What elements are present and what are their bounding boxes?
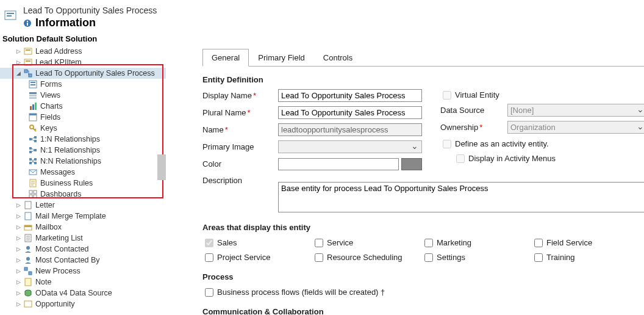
keys-icon: [28, 123, 38, 133]
label-ownership: Ownership*: [440, 123, 507, 132]
tab-primary-field[interactable]: Primary Field: [249, 49, 314, 67]
tree-item-letter[interactable]: ▷Letter: [0, 200, 166, 211]
solution-explorer-tree: ⋮⋮⋮ ▷Lead Address ▷Lead KPIItem ◢Lead To…: [0, 45, 166, 315]
expand-icon[interactable]: ▷: [15, 48, 22, 55]
expand-icon[interactable]: ▷: [15, 267, 22, 275]
checkbox-area-project-service[interactable]: [205, 253, 213, 262]
dashboards-icon: [28, 189, 38, 199]
tree-item-charts[interactable]: Charts: [0, 101, 166, 112]
tree-item-views[interactable]: Views: [0, 90, 166, 101]
svg-rect-19: [32, 104, 34, 110]
expand-icon[interactable]: ▷: [15, 212, 22, 220]
tab-strip: General Primary Field Controls: [202, 48, 644, 67]
checkbox-area-settings[interactable]: [424, 253, 433, 262]
tree-item-lead-to-opportunity[interactable]: ◢Lead To Opportunity Sales Process: [0, 68, 166, 79]
entity-icon: [23, 255, 33, 265]
svg-rect-36: [29, 190, 32, 194]
tree-item-odata[interactable]: ▷OData v4 Data Source: [0, 288, 166, 299]
tab-controls[interactable]: Controls: [314, 49, 362, 67]
entity-editor: General Primary Field Controls Entity De…: [166, 45, 644, 315]
svg-rect-38: [29, 195, 32, 198]
tree-item-most-contacted[interactable]: ▷Most Contacted: [0, 244, 166, 255]
tree-item-mail-merge[interactable]: ▷Mail Merge Template: [0, 211, 166, 222]
checkbox-virtual-entity: [443, 91, 451, 100]
svg-rect-26: [34, 140, 37, 142]
info-icon: [23, 19, 32, 27]
color-swatch[interactable]: [401, 158, 422, 170]
svg-rect-28: [29, 147, 32, 150]
expand-icon[interactable]: ▷: [15, 278, 22, 286]
svg-rect-22: [29, 114, 37, 115]
input-plural-name[interactable]: [278, 106, 422, 119]
tree-item-business-rules[interactable]: Business Rules: [0, 178, 166, 189]
entity-icon: [23, 222, 33, 232]
label-data-source: Data Source: [440, 106, 507, 115]
expand-icon[interactable]: ▷: [15, 256, 22, 264]
textarea-description[interactable]: Base entity for process Lead To Opportun…: [278, 182, 644, 212]
expand-icon[interactable]: ▷: [15, 223, 22, 231]
page-title: Lead To Opportunity Sales Process: [23, 5, 157, 16]
checkbox-area-service[interactable]: [315, 239, 323, 247]
expand-icon[interactable]: ▷: [15, 234, 22, 242]
page-subtitle: Information: [23, 16, 157, 30]
entity-icon: [23, 288, 33, 298]
process-entity-icon: [23, 68, 33, 78]
tree-item-forms[interactable]: Forms: [0, 79, 166, 90]
svg-rect-32: [34, 158, 37, 161]
tree-item-lead-kpiitem[interactable]: ▷Lead KPIItem: [0, 57, 166, 68]
tree-item-n1-rel[interactable]: N:1 Relationships: [0, 145, 166, 156]
collapse-icon[interactable]: ◢: [15, 70, 22, 77]
input-display-name[interactable]: [278, 89, 422, 102]
tree-item-opportunity[interactable]: ▷Opportunity: [0, 299, 166, 310]
entity-icon: [23, 299, 33, 309]
svg-rect-39: [34, 195, 37, 198]
tab-general[interactable]: General: [202, 49, 249, 67]
tree-item-1n-rel[interactable]: 1:N Relationships: [0, 134, 166, 145]
charts-icon: [28, 101, 38, 111]
tree-item-note[interactable]: ▷Note: [0, 277, 166, 288]
checkbox-bpf[interactable]: [205, 288, 213, 297]
svg-rect-5: [27, 21, 28, 22]
tree-item-fields[interactable]: Fields: [0, 112, 166, 123]
label-virtual-entity: Virtual Entity: [455, 90, 499, 100]
tree-item-mailbox[interactable]: ▷Mailbox: [0, 222, 166, 233]
checkbox-area-training[interactable]: [534, 253, 543, 262]
svg-rect-2: [7, 15, 12, 16]
checkbox-area-sales: [205, 239, 213, 247]
tree-item-marketing-list[interactable]: ▷Marketing List: [0, 233, 166, 244]
section-comm: Communication & Collaboration: [202, 307, 644, 315]
input-color[interactable]: [278, 158, 399, 170]
expand-icon[interactable]: ▷: [15, 201, 22, 209]
checkbox-area-marketing[interactable]: [424, 239, 433, 247]
relationship-icon: [28, 145, 38, 155]
tree-item-dashboards[interactable]: Dashboards: [0, 189, 166, 200]
checkbox-area-field-service[interactable]: [534, 239, 543, 247]
select-primary-image: [278, 140, 422, 153]
solution-label: Solution Default Solution: [0, 33, 644, 45]
process-entity-icon: [23, 266, 33, 276]
svg-rect-6: [24, 48, 32, 54]
scrollbar-thumb[interactable]: [157, 154, 166, 180]
label-primary-image: Primary Image: [202, 142, 278, 151]
checkbox-area-resource-scheduling[interactable]: [315, 253, 323, 262]
tree-item-keys[interactable]: Keys: [0, 123, 166, 134]
expand-icon[interactable]: ▷: [15, 289, 22, 297]
tree-item-messages[interactable]: Messages: [0, 167, 166, 178]
tree-item-new-process[interactable]: ▷New Process: [0, 266, 166, 277]
tree-item-lead-address[interactable]: ▷Lead Address: [0, 46, 166, 57]
tree-item-nn-rel[interactable]: N:N Relationships: [0, 156, 166, 167]
svg-rect-7: [26, 49, 30, 51]
messages-icon: [28, 167, 38, 177]
svg-rect-13: [30, 82, 35, 83]
svg-rect-1: [7, 13, 14, 14]
entity-icon: [23, 46, 33, 56]
svg-rect-17: [29, 97, 37, 99]
expand-icon[interactable]: ▷: [15, 59, 22, 66]
expand-icon[interactable]: ▷: [15, 300, 22, 308]
checkbox-display-activity: [456, 154, 465, 163]
tree-item-most-contacted-by[interactable]: ▷Most Contacted By: [0, 255, 166, 266]
relationship-icon: [28, 134, 38, 144]
business-rules-icon: [28, 178, 38, 188]
checkbox-define-activity: [443, 140, 451, 148]
expand-icon[interactable]: ▷: [15, 245, 22, 253]
